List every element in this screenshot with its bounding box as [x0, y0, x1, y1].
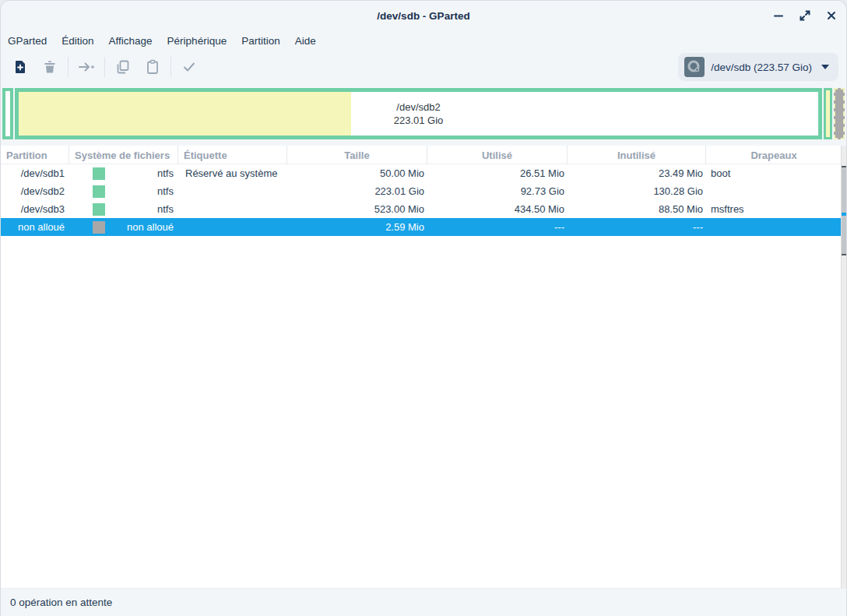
- copy-icon: [115, 59, 131, 75]
- disk-segment--dev-sdb2[interactable]: /dev/sdb2223.01 Gio: [15, 88, 822, 139]
- new-partition-button[interactable]: [5, 54, 35, 80]
- table-row[interactable]: /dev/sdb1ntfsRéservé au système50.00 Mio…: [1, 164, 846, 182]
- disk-segment--dev-sdb1[interactable]: [2, 88, 13, 139]
- cell-unused: 130.28 Gio: [568, 185, 706, 197]
- column-header-partition[interactable]: Partition: [1, 146, 69, 164]
- table-row[interactable]: /dev/sdb3ntfs523.00 Mio434.50 Mio88.50 M…: [1, 200, 846, 218]
- menu-item-peripherique[interactable]: Périphérique: [167, 33, 228, 48]
- titlebar: /dev/sdb - GParted: [1, 1, 846, 30]
- maximize-icon: [799, 9, 811, 22]
- table-body: /dev/sdb1ntfsRéservé au système50.00 Mio…: [1, 164, 846, 236]
- table-header-row: PartitionSystème de fichiersÉtiquetteTai…: [1, 146, 846, 164]
- close-icon: [825, 9, 838, 22]
- toolbar-separator: [104, 57, 105, 77]
- cell-size: 50.00 Mio: [287, 167, 427, 179]
- cell-filesystem: non alloué: [69, 221, 178, 234]
- window-controls: [770, 1, 840, 30]
- device-selector[interactable]: /dev/sdb (223.57 Gio): [678, 53, 838, 81]
- menu-item-affichage[interactable]: Affichage: [108, 33, 153, 48]
- gparted-window: /dev/sdb - GParted GPartedÉditionAfficha…: [0, 0, 847, 616]
- vertical-scrollbar[interactable]: [841, 146, 846, 588]
- statusbar: 0 opération en attente: [1, 588, 846, 616]
- used-space-fill: [826, 90, 830, 137]
- paste-button[interactable]: [138, 54, 167, 80]
- minimize-icon: [772, 9, 785, 22]
- toolbar: /dev/sdb (223.57 Gio): [1, 51, 846, 83]
- column-header-filesystem[interactable]: Système de fichiers: [69, 146, 178, 164]
- apply-operations-button[interactable]: [174, 54, 204, 80]
- cell-label: Réservé au système: [178, 167, 287, 179]
- arrow-resize-icon: [77, 59, 96, 75]
- hard-disk-icon: [684, 57, 705, 77]
- cell-used: ---: [427, 221, 568, 233]
- cell-partition: /dev/sdb3: [1, 203, 69, 215]
- delete-partition-button[interactable]: [35, 54, 65, 80]
- minimize-button[interactable]: [770, 7, 787, 24]
- cell-filesystem: ntfs: [69, 185, 178, 198]
- cell-used: 434.50 Mio: [427, 203, 568, 215]
- window-title: /dev/sdb - GParted: [377, 10, 469, 22]
- filesystem-color-swatch: [93, 203, 105, 216]
- column-header-used[interactable]: Utilisé: [427, 146, 568, 164]
- menu-item-edition[interactable]: Édition: [61, 33, 94, 48]
- cell-unused: 23.49 Mio: [568, 167, 706, 179]
- resize-move-button[interactable]: [72, 54, 101, 80]
- cell-used: 92.73 Gio: [427, 185, 568, 197]
- cell-flags: boot: [706, 167, 842, 179]
- menu-item-gparted[interactable]: GParted: [7, 33, 47, 48]
- filesystem-color-swatch: [93, 221, 105, 234]
- filesystem-name: ntfs: [105, 167, 178, 179]
- close-button[interactable]: [823, 7, 840, 24]
- checkmark-icon: [181, 59, 197, 75]
- menubar: GPartedÉditionAffichagePériphériqueParti…: [1, 30, 846, 51]
- cell-partition: /dev/sdb2: [1, 185, 69, 197]
- scrollbar-thumb[interactable]: [842, 166, 846, 255]
- column-header-unused[interactable]: Inutilisé: [568, 146, 706, 164]
- column-header-size[interactable]: Taille: [287, 146, 427, 164]
- disk-segment--dev-sdb3[interactable]: [824, 88, 832, 139]
- cell-used: 26.51 Mio: [427, 167, 568, 179]
- filesystem-name: ntfs: [105, 185, 178, 197]
- device-selector-label: /dev/sdb (223.57 Gio): [711, 62, 812, 73]
- copy-button[interactable]: [108, 54, 138, 80]
- cell-unused: 88.50 Mio: [568, 203, 706, 215]
- column-header-flags[interactable]: Drapeaux: [706, 146, 842, 164]
- table-row[interactable]: /dev/sdb2ntfs223.01 Gio92.73 Gio130.28 G…: [1, 182, 846, 200]
- column-header-label[interactable]: Étiquette: [178, 146, 287, 164]
- cell-partition: /dev/sdb1: [1, 167, 69, 179]
- toolbar-separator: [170, 57, 171, 77]
- filesystem-name: non alloué: [105, 221, 178, 233]
- filesystem-name: ntfs: [105, 203, 178, 215]
- new-partition-icon: [12, 59, 28, 75]
- filesystem-color-swatch: [93, 185, 105, 198]
- cell-size: 223.01 Gio: [287, 185, 427, 197]
- cell-flags: msftres: [706, 203, 842, 215]
- cell-size: 523.00 Mio: [287, 203, 427, 215]
- cell-size: 2.59 Mio: [287, 221, 427, 233]
- paste-icon: [145, 59, 160, 75]
- trash-icon: [42, 59, 58, 75]
- maximize-button[interactable]: [796, 7, 814, 24]
- disk-segment-non-allou-[interactable]: [834, 88, 845, 139]
- scrollbar-selection-mark: [842, 213, 846, 216]
- cell-partition: non alloué: [1, 221, 69, 233]
- cell-filesystem: ntfs: [69, 203, 178, 216]
- cell-unused: ---: [568, 221, 706, 233]
- partition-table: PartitionSystème de fichiersÉtiquetteTai…: [1, 146, 846, 588]
- chevron-down-icon: [821, 65, 829, 69]
- menu-item-partition[interactable]: Partition: [241, 33, 281, 48]
- filesystem-color-swatch: [93, 167, 105, 180]
- toolbar-separator: [68, 57, 69, 77]
- cell-filesystem: ntfs: [69, 167, 178, 180]
- pending-operations-text: 0 opération en attente: [10, 597, 112, 608]
- disk-visual-bar: /dev/sdb2223.01 Gio: [1, 83, 846, 146]
- menu-item-aide[interactable]: Aide: [294, 33, 317, 48]
- table-row[interactable]: non allouénon alloué2.59 Mio------: [1, 218, 846, 236]
- disk-segment-label: /dev/sdb2223.01 Gio: [19, 92, 818, 136]
